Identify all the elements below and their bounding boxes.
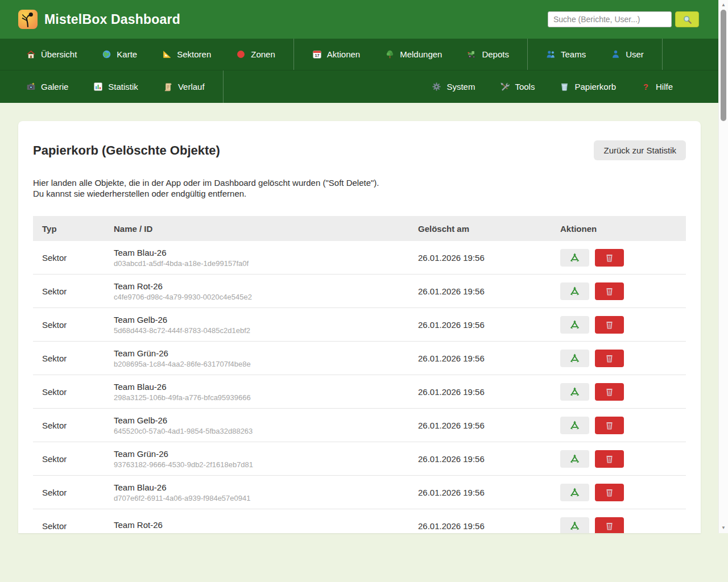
- camera-icon: [26, 82, 36, 92]
- row-type: Sektor: [42, 253, 114, 263]
- globe-icon: [102, 49, 111, 59]
- delete-permanently-button[interactable]: [595, 484, 624, 501]
- nav-row2-left-group: GalerieStatistikVerlauf: [14, 70, 229, 103]
- row-deleted-at: 26.01.2026 19:56: [418, 320, 560, 330]
- vertical-scrollbar[interactable]: ▲ ▼: [718, 0, 728, 533]
- gear-icon: [432, 82, 441, 92]
- nav-item-meldungen[interactable]: Meldungen: [373, 39, 454, 70]
- tree-icon: [385, 49, 395, 59]
- row-deleted-at: 26.01.2026 19:56: [418, 387, 560, 397]
- table-row: SektorTeam Gelb-26645520c0-57a0-4ad1-985…: [33, 409, 686, 442]
- restore-button[interactable]: [560, 350, 589, 367]
- nav-item-zonen[interactable]: Zonen: [224, 39, 288, 70]
- table-row: SektorTeam Grün-26b208695a-1c84-4aa2-86f…: [33, 342, 686, 375]
- nav-row2-right-group: SystemToolsPapierkorb?Hilfe: [419, 70, 718, 103]
- row-type: Sektor: [42, 354, 114, 363]
- search-input[interactable]: [548, 11, 672, 27]
- nav-item-papierkorb[interactable]: Papierkorb: [547, 70, 628, 103]
- row-id: 5d68d443-8c72-444f-8783-0485c2d1ebf2: [114, 326, 418, 335]
- calendar-icon: 17: [312, 49, 322, 59]
- row-id: 645520c0-57a0-4ad1-9854-5fba32d88263: [114, 427, 418, 435]
- row-id: 298a3125-106b-49fa-a776-bfca95939666: [114, 393, 418, 402]
- nav-item-teams[interactable]: Teams: [533, 39, 598, 70]
- restore-button[interactable]: [560, 249, 589, 267]
- nav-group-divider: [293, 39, 294, 70]
- description-line-2: Du kannst sie wiederherstellen oder endg…: [33, 189, 246, 198]
- row-type: Sektor: [42, 454, 114, 464]
- delete-permanently-button[interactable]: [595, 316, 624, 334]
- wastebasket-icon: [560, 82, 569, 92]
- delete-permanently-button[interactable]: [595, 417, 624, 434]
- recycle-icon: [570, 286, 580, 296]
- row-name: Team Grün-26: [114, 348, 418, 358]
- row-name: Team Blau-26: [114, 382, 418, 392]
- recycle-icon: [570, 354, 580, 363]
- svg-text:17: 17: [315, 53, 319, 58]
- nav-item-galerie[interactable]: Galerie: [14, 70, 81, 103]
- delete-permanently-button[interactable]: [595, 450, 624, 468]
- nav-item-label: Aktionen: [327, 49, 360, 59]
- delete-permanently-button[interactable]: [595, 383, 624, 401]
- row-id: d03abcd1-a5df-4bda-a18e-1de99157fa0f: [114, 259, 418, 268]
- app-header: MistelBox Dashboard: [0, 0, 718, 39]
- nav-item-system[interactable]: System: [419, 70, 487, 103]
- scroll-down-icon[interactable]: ▼: [719, 525, 728, 531]
- brand: MistelBox Dashboard: [18, 10, 180, 29]
- scroll-up-icon[interactable]: ▲: [719, 2, 728, 9]
- restore-button[interactable]: [560, 450, 589, 468]
- red-circle-icon: [236, 49, 246, 59]
- nav-item-tools[interactable]: Tools: [487, 70, 547, 103]
- trash-icon: [605, 387, 614, 397]
- restore-button[interactable]: [560, 316, 589, 334]
- nav-item-label: Teams: [561, 49, 586, 59]
- nav-item-statistik[interactable]: Statistik: [81, 70, 151, 103]
- nav-item-aktionen[interactable]: 17Aktionen: [300, 39, 373, 70]
- main-nav-row-1: ÜbersichtKarteSektorenZonen17AktionenMel…: [0, 39, 718, 70]
- nav-item-verlauf[interactable]: Verlauf: [151, 70, 217, 103]
- row-deleted-at: 26.01.2026 19:56: [418, 488, 560, 497]
- page-title: Papierkorb (Gelöschte Objekte): [33, 143, 220, 158]
- nav-item-label: Verlauf: [178, 82, 205, 92]
- row-actions: [560, 282, 686, 300]
- delete-permanently-button[interactable]: [595, 282, 624, 300]
- row-id: 93763182-9666-4530-9db2-2f1618eb7d81: [114, 460, 418, 469]
- nav-item-hilfe[interactable]: ?Hilfe: [628, 70, 685, 103]
- trash-icon: [605, 421, 614, 430]
- nav-item-label: Tools: [515, 82, 535, 92]
- scrollbar-thumb[interactable]: [721, 10, 726, 121]
- nav-item-depots[interactable]: Depots: [454, 39, 522, 70]
- row-type: Sektor: [42, 320, 114, 330]
- delete-permanently-button[interactable]: [595, 517, 624, 534]
- row-deleted-at: 26.01.2026 19:56: [418, 421, 560, 430]
- trash-icon: [605, 454, 614, 464]
- restore-button[interactable]: [560, 417, 589, 434]
- row-actions: [560, 517, 686, 534]
- main-content: Papierkorb (Gelöschte Objekte) Zurück zu…: [0, 103, 718, 533]
- mistletoe-tree-logo-icon: [18, 10, 38, 29]
- hammer-wrench-icon: [500, 82, 510, 92]
- row-actions: [560, 350, 686, 367]
- nav-item-karte[interactable]: Karte: [89, 39, 150, 70]
- nav-item-label: Statistik: [108, 82, 138, 92]
- restore-button[interactable]: [560, 383, 589, 401]
- trash-icon: [605, 488, 614, 497]
- bar-chart-icon: [93, 82, 103, 92]
- nav-item-label: Meldungen: [400, 49, 442, 59]
- nav-item-user[interactable]: User: [598, 39, 656, 70]
- recycle-icon: [570, 454, 580, 464]
- search-button[interactable]: [675, 11, 699, 27]
- app-title: MistelBox Dashboard: [44, 12, 180, 27]
- delete-permanently-button[interactable]: [595, 249, 624, 267]
- trash-icon: [605, 253, 614, 263]
- delete-permanently-button[interactable]: [595, 350, 624, 367]
- search-icon: [682, 15, 692, 24]
- nav-item-uebersicht[interactable]: Übersicht: [14, 39, 89, 70]
- trash-icon: [605, 354, 614, 363]
- restore-button[interactable]: [560, 282, 589, 300]
- nav-item-sektoren[interactable]: Sektoren: [150, 39, 224, 70]
- restore-button[interactable]: [560, 484, 589, 501]
- triangle-ruler-icon: [162, 49, 172, 59]
- back-to-statistics-button[interactable]: Zurück zur Statistik: [594, 140, 686, 160]
- row-deleted-at: 26.01.2026 19:56: [418, 454, 560, 464]
- restore-button[interactable]: [560, 517, 589, 534]
